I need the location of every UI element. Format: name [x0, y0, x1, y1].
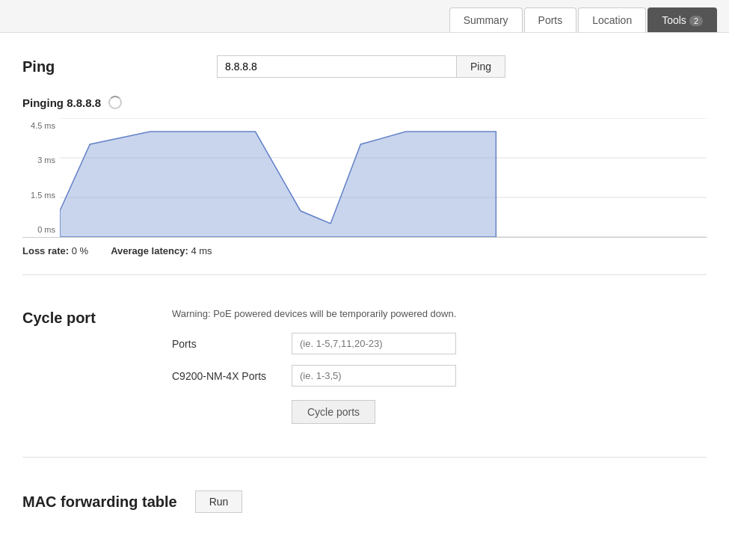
chart-svg — [60, 118, 707, 237]
top-nav: Summary Ports Location Tools2 — [0, 0, 729, 33]
cycle-port-section: Cycle port Warning: PoE powered devices … — [22, 293, 707, 439]
section-divider-2 — [22, 457, 707, 458]
pinging-header: Pinging 8.8.8.8 — [22, 96, 707, 109]
tab-ports[interactable]: Ports — [524, 7, 577, 32]
ping-input-group: Ping — [217, 55, 505, 78]
c9200-field-row: C9200-NM-4X Ports — [172, 365, 707, 387]
avg-latency-stat: Average latency: 4 ms — [111, 245, 212, 256]
ping-row: Ping Ping — [22, 55, 707, 78]
c9200-field-label: C9200-NM-4X Ports — [172, 370, 292, 382]
loading-spinner — [108, 96, 122, 109]
tools-badge: 2 — [689, 16, 703, 26]
mac-title: MAC forwarding table — [22, 493, 177, 511]
chart-y-labels: 0 ms 1.5 ms 3 ms 4.5 ms — [22, 118, 60, 237]
svg-marker-4 — [60, 132, 496, 237]
main-content: Ping Ping Pinging 8.8.8.8 0 ms 1.5 ms 3 … — [0, 33, 729, 535]
section-divider-1 — [22, 274, 707, 275]
ping-chart-container: 0 ms 1.5 ms 3 ms 4.5 ms — [22, 118, 707, 238]
tab-location[interactable]: Location — [578, 7, 646, 32]
ping-section: Ping Ping Pinging 8.8.8.8 0 ms 1.5 ms 3 … — [22, 55, 707, 256]
loss-rate-label: Loss rate: — [22, 245, 69, 256]
page-wrapper: Summary Ports Location Tools2 Ping Ping … — [0, 0, 729, 560]
chart-area — [60, 118, 707, 237]
avg-latency-value: 4 ms — [191, 245, 212, 256]
run-button[interactable]: Run — [195, 490, 243, 513]
ports-field-label: Ports — [172, 338, 292, 350]
c9200-input[interactable] — [292, 365, 456, 387]
tab-summary[interactable]: Summary — [449, 7, 523, 32]
ports-field-row: Ports — [172, 333, 707, 354]
avg-latency-label: Average latency: — [111, 245, 188, 256]
ping-stats-row: Loss rate: 0 % Average latency: 4 ms — [22, 245, 707, 256]
cycle-warning: Warning: PoE powered devices will be tem… — [172, 308, 707, 319]
y-label-1: 1.5 ms — [22, 191, 60, 200]
ports-input[interactable] — [292, 333, 456, 354]
cycle-port-title: Cycle port — [22, 308, 172, 327]
pinging-label: Pinging 8.8.8.8 — [22, 96, 101, 109]
tab-tools[interactable]: Tools2 — [648, 7, 717, 32]
loss-rate-value: 0 % — [72, 245, 88, 256]
mac-section: MAC forwarding table Run — [22, 476, 707, 513]
cycle-port-content: Warning: PoE powered devices will be tem… — [172, 308, 707, 424]
loss-rate-stat: Loss rate: 0 % — [22, 245, 88, 256]
y-label-0: 0 ms — [22, 225, 60, 234]
ping-button[interactable]: Ping — [456, 55, 505, 78]
cycle-ports-button[interactable]: Cycle ports — [292, 400, 375, 424]
y-label-3: 4.5 ms — [22, 121, 60, 130]
y-label-2: 3 ms — [22, 156, 60, 164]
ping-input[interactable] — [217, 55, 456, 78]
ping-title: Ping — [22, 58, 172, 76]
